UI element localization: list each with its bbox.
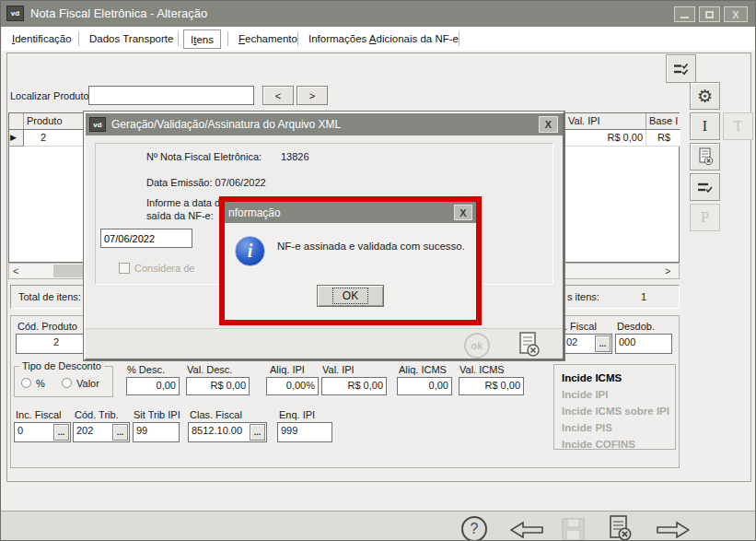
cancel-xml-button[interactable] <box>517 331 541 359</box>
help-button[interactable]: ? <box>461 516 487 541</box>
help-icon: ? <box>471 521 479 537</box>
text-button-disabled: T <box>723 112 753 140</box>
scroll-right-arrow[interactable]: > <box>665 265 670 276</box>
clas-fiscal-browse-button[interactable]: ... <box>250 424 265 441</box>
browse-icon: ... <box>599 339 607 348</box>
close-icon: X <box>732 9 739 20</box>
total-itens-label: Total de itens: <box>18 291 81 302</box>
exit-date-input[interactable] <box>100 229 192 248</box>
desdob-label: Desdob. <box>617 321 655 332</box>
total-dos-itens-label: s itens: <box>567 291 599 302</box>
radio-valor[interactable] <box>62 378 72 388</box>
arrow-right-icon <box>657 520 690 540</box>
scroll-thumb[interactable] <box>53 265 87 277</box>
considera-checkbox[interactable] <box>119 263 130 274</box>
sit-trib-ipi-field[interactable]: 99 <box>133 422 180 442</box>
checklist-icon <box>673 63 689 76</box>
browse-icon: ... <box>117 428 124 437</box>
incide-cofins: Incide COFINS <box>562 436 668 453</box>
print-button-disabled: P <box>690 204 720 231</box>
letter-i-icon: I <box>703 118 707 135</box>
scroll-left-arrow[interactable]: < <box>13 265 18 276</box>
close-button[interactable]: X <box>724 6 748 22</box>
aliq-icms-field[interactable]: 0,00 <box>397 377 452 395</box>
row-selector-icon: ▶ <box>10 133 17 142</box>
cod-trib-label: Cód. Trib. <box>75 409 119 420</box>
next-icon: > <box>309 90 315 101</box>
enq-ipi-label: Enq. IPI <box>279 409 315 420</box>
bottom-toolbar <box>1 512 756 541</box>
tab-separator <box>78 31 79 46</box>
arrow-left-icon <box>510 520 543 540</box>
browse-icon: ... <box>254 428 262 437</box>
xml-dialog-titlebar: vd Geração/Validação/Assinatura do Arqui… <box>86 113 563 135</box>
ok-button-label: OK <box>332 288 368 304</box>
incide-icms: Incide ICMS <box>562 370 668 386</box>
fiscal-label: . Fiscal <box>564 321 597 332</box>
maximize-button[interactable] <box>699 6 720 22</box>
grid-selector-header <box>9 113 24 130</box>
cell-val-ipi[interactable]: R$ 0,00 <box>565 130 646 147</box>
val-icms-field[interactable]: R$ 0,00 <box>459 377 524 395</box>
document-cancel-icon <box>697 147 714 166</box>
back-button[interactable] <box>510 520 543 540</box>
row-selector[interactable]: ▶ <box>9 130 24 147</box>
minimize-button[interactable] <box>674 6 695 22</box>
info-messagebox: nformação X i NF-e assinada e validada c… <box>219 196 482 325</box>
val-icms-label: Val. ICMS <box>459 364 505 375</box>
tab-separator <box>297 31 298 46</box>
xml-dialog-title: Geração/Validação/Assinatura do Arquivo … <box>111 118 341 131</box>
grid-header-val-ipi[interactable]: Val. IPI <box>565 113 646 130</box>
fiscal-browse-button[interactable]: ... <box>595 335 611 352</box>
tab-separator <box>178 31 179 46</box>
cod-trib-browse-button[interactable]: ... <box>112 424 128 441</box>
aliq-icms-label: Aliq. ICMS <box>399 364 447 375</box>
tab-dados-transporte[interactable]: Dados Transporte <box>89 33 173 44</box>
next-product-button[interactable]: > <box>297 86 328 105</box>
enq-ipi-field[interactable]: 999 <box>277 422 332 442</box>
pct-desc-field[interactable]: 0,00 <box>126 377 180 395</box>
italic-button[interactable]: I <box>690 112 720 140</box>
cell-base-i[interactable]: R$ <box>646 130 680 147</box>
messagebox-ok-button[interactable]: OK <box>317 285 384 307</box>
tab-informacoes-adicionais[interactable]: Informações Adicionais da NF-e <box>308 33 459 44</box>
xml-dialog-close-button[interactable]: X <box>539 116 558 133</box>
cancel-document-button[interactable] <box>690 143 720 171</box>
aliq-ipi-label: Aliq. IPI <box>270 364 305 375</box>
radio-percent[interactable] <box>21 378 31 388</box>
save-icon <box>561 517 586 541</box>
considera-checkbox-label: Considera de <box>134 263 194 274</box>
check-items-button[interactable] <box>666 54 696 83</box>
clas-fiscal-label: Clas. Fiscal <box>190 409 242 420</box>
aliq-ipi-field[interactable]: 0,00% <box>266 377 319 395</box>
desdob-field[interactable]: 000 <box>615 334 672 354</box>
settings-button[interactable]: ⚙ <box>690 82 720 110</box>
cancel-nfe-button[interactable] <box>606 514 634 541</box>
info-icon: i <box>235 236 265 266</box>
localizar-produto-label: Localizar Produto <box>10 90 89 101</box>
window-title: Nota Fiscal Eletrônica - Alteração <box>30 6 207 20</box>
tab-identificacao[interactable]: Identificação <box>12 33 72 44</box>
localizar-produto-input[interactable] <box>88 86 254 105</box>
close-icon: X <box>545 119 552 130</box>
tab-itens-selected[interactable]: Itens <box>183 29 221 49</box>
prev-product-button[interactable]: < <box>262 86 294 105</box>
val-desc-field[interactable]: R$ 0,00 <box>186 377 250 395</box>
inc-fiscal-browse-button[interactable]: ... <box>53 424 69 441</box>
messagebox-close-button[interactable]: X <box>454 205 472 220</box>
grid-header-base-i[interactable]: Base I <box>646 113 680 130</box>
tab-fechamento[interactable]: Fechamento <box>238 33 297 44</box>
close-icon: X <box>459 207 466 218</box>
save-button-disabled <box>561 517 586 541</box>
confirm-list-button[interactable] <box>690 173 720 201</box>
pct-desc-label: % Desc. <box>127 364 165 375</box>
document-cancel-icon <box>517 331 541 359</box>
xml-dialog-footer <box>86 328 563 359</box>
val-ipi-field[interactable]: R$ 0,00 <box>321 377 387 395</box>
document-cancel-icon <box>606 514 634 541</box>
forward-button[interactable] <box>657 520 690 540</box>
tab-separator <box>227 31 228 46</box>
incide-icms-sobre-ipi: Incide ICMS sobre IPI <box>562 403 668 419</box>
list-check-icon <box>697 182 713 193</box>
inc-fiscal-label: Inc. Fiscal <box>16 409 62 420</box>
